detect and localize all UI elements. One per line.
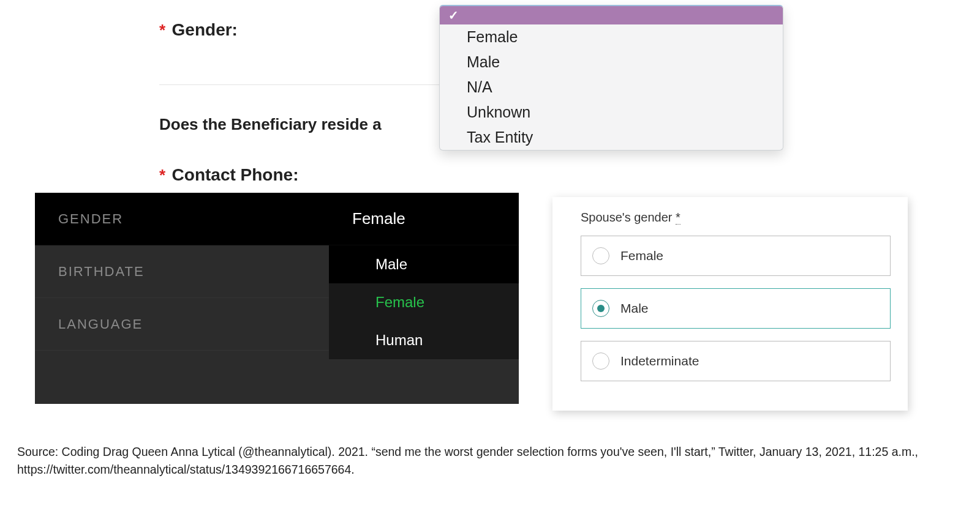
settings-key-gender: GENDER (35, 211, 352, 227)
radio-label-female: Female (620, 248, 663, 263)
submenu-option-female[interactable]: Female (329, 283, 519, 321)
panel-a-clip: * Gender: Does the Beneficiary reside a … (0, 0, 980, 191)
divider (159, 84, 441, 85)
radio-label-indeterminate: Indeterminate (620, 354, 699, 368)
contact-phone-row: * Contact Phone: (159, 165, 298, 182)
required-asterisk: * (159, 21, 165, 39)
dropdown-selected-row[interactable]: ✓ (440, 6, 783, 24)
radio-icon (592, 352, 609, 370)
contact-phone-label: Contact Phone: (172, 165, 299, 182)
dropdown-option-female[interactable]: Female (440, 24, 783, 50)
required-asterisk: * (676, 211, 680, 225)
gender-field-row: * Gender: (159, 20, 238, 40)
panel-b-dark-settings: GENDER Female BIRTHDATE LANGUAGE Male Fe… (35, 193, 519, 404)
checkmark-icon: ✓ (448, 8, 459, 23)
radio-option-indeterminate[interactable]: Indeterminate (581, 341, 891, 381)
dropdown-option-na[interactable]: N/A (440, 75, 783, 100)
radio-option-female[interactable]: Female (581, 236, 891, 276)
submenu-option-male[interactable]: Male (329, 245, 519, 283)
gender-submenu: Male Female Human (329, 245, 519, 359)
figure-composite: * Gender: Does the Beneficiary reside a … (0, 0, 980, 522)
gender-dropdown[interactable]: ✓ Female Male N/A Unknown Tax Entity (439, 5, 783, 151)
gender-label: Gender: (172, 20, 238, 39)
radio-icon (592, 300, 609, 317)
panel-c-spouse-gender: Spouse's gender * Female Male Indetermin… (552, 197, 908, 411)
settings-key-language: LANGUAGE (35, 316, 352, 332)
dropdown-option-tax-entity[interactable]: Tax Entity (440, 125, 783, 150)
settings-key-birthdate: BIRTHDATE (35, 264, 352, 280)
source-caption: Source: Coding Drag Queen Anna Lytical (… (17, 443, 956, 479)
spouse-gender-label-text: Spouse's gender (581, 211, 672, 224)
settings-value-gender: Female (352, 209, 405, 228)
spouse-gender-label: Spouse's gender * (581, 211, 891, 225)
required-asterisk: * (159, 166, 165, 182)
beneficiary-question: Does the Beneficiary reside a (159, 115, 447, 134)
settings-row-gender[interactable]: GENDER Female (35, 193, 519, 245)
dropdown-option-unknown[interactable]: Unknown (440, 100, 783, 125)
radio-option-male[interactable]: Male (581, 288, 891, 329)
submenu-option-human[interactable]: Human (329, 321, 519, 359)
dropdown-option-male[interactable]: Male (440, 50, 783, 75)
radio-icon (592, 247, 609, 264)
radio-label-male: Male (620, 301, 649, 316)
panel-a-form: * Gender: Does the Beneficiary reside a … (159, 11, 802, 191)
